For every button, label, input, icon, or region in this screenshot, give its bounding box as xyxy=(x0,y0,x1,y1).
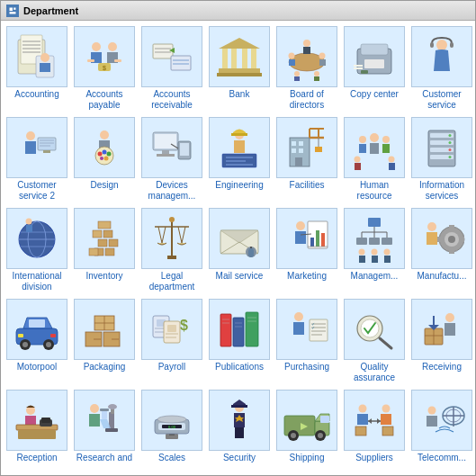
svg-point-261 xyxy=(318,433,323,438)
svg-rect-12 xyxy=(40,63,50,72)
svg-point-96 xyxy=(359,136,366,143)
list-item[interactable]: Motorpool xyxy=(4,297,69,385)
svg-line-220 xyxy=(380,338,391,348)
dept-label: Inventory xyxy=(85,271,122,282)
list-item[interactable]: Inventory xyxy=(72,206,137,294)
list-item[interactable]: Suppliers xyxy=(342,388,407,465)
svg-rect-172 xyxy=(449,225,454,229)
svg-rect-51 xyxy=(354,67,363,69)
svg-rect-235 xyxy=(89,414,100,427)
svg-text:$: $ xyxy=(103,65,106,71)
list-item[interactable]: Packaging xyxy=(72,297,137,385)
dept-label: Scales xyxy=(158,453,185,463)
svg-rect-174 xyxy=(437,237,441,242)
dept-label: Human resource xyxy=(344,180,405,202)
dept-icon-payroll: $ xyxy=(141,299,202,360)
list-item[interactable]: Accounts receivable xyxy=(139,24,204,112)
svg-rect-257 xyxy=(320,416,329,423)
svg-point-163 xyxy=(372,249,378,256)
list-item[interactable]: Customer service xyxy=(409,24,474,112)
svg-rect-173 xyxy=(449,250,454,254)
list-item[interactable]: Human resource xyxy=(342,115,407,203)
svg-rect-99 xyxy=(370,143,379,154)
svg-line-135 xyxy=(182,227,185,243)
svg-rect-159 xyxy=(369,238,380,245)
dept-label: Facilities xyxy=(290,180,325,191)
svg-rect-136 xyxy=(167,256,176,259)
list-item[interactable]: Shipping xyxy=(274,388,339,465)
svg-rect-48 xyxy=(364,59,384,68)
list-item[interactable]: Security xyxy=(207,388,272,465)
svg-rect-56 xyxy=(25,141,36,154)
list-item[interactable]: 0.00 Scales xyxy=(139,388,204,465)
dept-icon-purchasing: ✓ ✓ xyxy=(276,299,337,360)
dept-label: Receiving xyxy=(422,362,462,373)
list-item[interactable]: $ Payroll xyxy=(139,297,204,385)
dept-label: Bank xyxy=(229,89,250,100)
list-item[interactable]: Research and xyxy=(72,388,137,465)
list-item[interactable]: Publications xyxy=(207,297,272,385)
list-item[interactable]: $ Accounts payable xyxy=(72,24,137,112)
list-item[interactable]: Managem... xyxy=(342,206,407,294)
list-item[interactable]: Customer service 2 xyxy=(4,115,69,203)
list-item[interactable]: Engineering xyxy=(207,115,272,203)
svg-rect-33 xyxy=(219,68,260,73)
svg-point-68 xyxy=(104,157,109,161)
list-item[interactable]: ✓ ✓ Purchasing xyxy=(274,297,339,385)
svg-point-113 xyxy=(449,148,452,151)
list-item[interactable]: Marketing xyxy=(274,206,339,294)
dept-icon-publications xyxy=(209,299,270,360)
list-item[interactable]: Reception xyxy=(4,388,69,465)
svg-text:$: $ xyxy=(180,318,188,333)
list-item[interactable]: Legal department xyxy=(139,206,204,294)
svg-rect-127 xyxy=(103,230,112,238)
dept-icon-packaging xyxy=(74,299,135,360)
list-item[interactable]: Manufactu... xyxy=(409,206,474,294)
dept-label: Security xyxy=(223,453,256,463)
dept-label: Devices managem... xyxy=(141,180,202,202)
svg-marker-28 xyxy=(219,38,260,49)
svg-rect-264 xyxy=(357,414,368,425)
dept-icon-manufacturing xyxy=(411,208,472,269)
list-item[interactable]: Bank xyxy=(207,24,272,112)
svg-rect-125 xyxy=(98,239,107,247)
svg-rect-37 xyxy=(303,47,310,54)
svg-rect-121 xyxy=(26,225,32,232)
list-item[interactable]: Design xyxy=(72,115,137,203)
svg-rect-49 xyxy=(361,70,368,74)
svg-rect-124 xyxy=(89,248,98,256)
list-item[interactable]: Board of directors xyxy=(274,24,339,112)
svg-rect-201 xyxy=(233,318,244,346)
svg-point-179 xyxy=(22,342,28,347)
list-item[interactable]: Information services xyxy=(409,115,474,203)
list-item[interactable]: Telecomm... xyxy=(409,388,474,465)
list-item[interactable]: Copy center xyxy=(342,24,407,112)
svg-point-171 xyxy=(448,236,455,243)
dept-icon-quality-assurance xyxy=(344,299,405,360)
svg-rect-241 xyxy=(100,409,109,411)
dept-icon-motorpool xyxy=(6,299,67,360)
svg-point-112 xyxy=(449,141,452,144)
svg-point-239 xyxy=(108,404,117,409)
list-item[interactable]: Devices managem... xyxy=(139,115,204,203)
list-item[interactable]: Facilities xyxy=(274,115,339,203)
dept-icon-legal-department xyxy=(141,208,202,269)
dept-icon-shipping xyxy=(276,390,337,451)
dept-icon-scales: 0.00 xyxy=(141,390,202,451)
list-item[interactable]: Accounting xyxy=(4,24,69,112)
svg-point-120 xyxy=(26,219,32,225)
svg-rect-2 xyxy=(13,7,15,9)
list-item[interactable]: Quality assurance xyxy=(342,297,407,385)
dept-label: Research and xyxy=(76,453,132,463)
svg-rect-57 xyxy=(38,138,56,150)
svg-rect-73 xyxy=(157,154,175,157)
dept-icon-reception xyxy=(6,390,67,451)
list-item[interactable]: Receiving xyxy=(409,297,474,385)
svg-rect-123 xyxy=(105,248,114,256)
svg-rect-1 xyxy=(10,7,13,11)
svg-point-265 xyxy=(382,405,391,413)
svg-rect-21 xyxy=(153,44,173,58)
svg-rect-148 xyxy=(316,230,319,247)
list-item[interactable]: International division xyxy=(4,206,69,294)
list-item[interactable]: Mail service xyxy=(207,206,272,294)
